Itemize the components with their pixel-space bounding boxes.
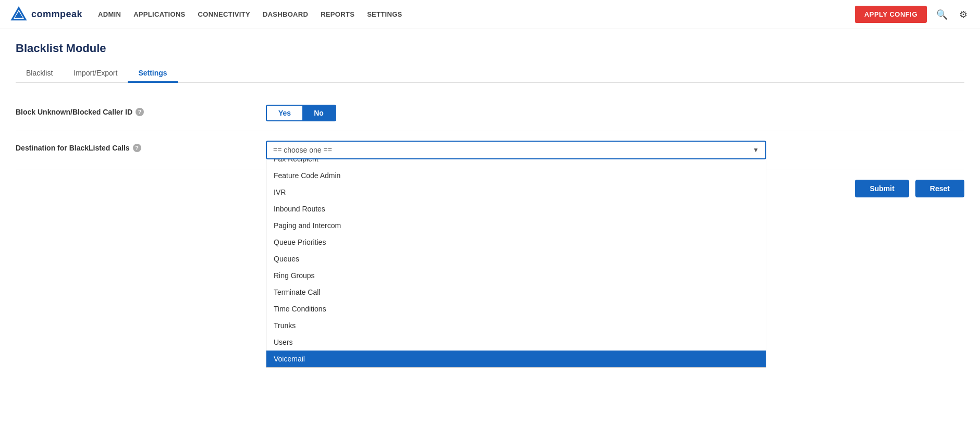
list-item[interactable]: Inbound Routes <box>266 201 766 217</box>
search-icon: 🔍 <box>936 9 948 20</box>
submit-button[interactable]: Submit <box>855 180 909 197</box>
block-caller-row: Block Unknown/Blocked Caller ID ? Yes No <box>16 95 964 131</box>
settings-form: Block Unknown/Blocked Caller ID ? Yes No… <box>16 95 964 169</box>
list-item[interactable]: Users <box>266 334 766 351</box>
nav-dashboard[interactable]: DASHBOARD <box>263 10 308 18</box>
list-item[interactable]: Paging and Intercom <box>266 217 766 234</box>
block-caller-toggle: Yes No <box>266 105 336 121</box>
nav-admin[interactable]: ADMIN <box>98 10 121 18</box>
destination-help-icon[interactable]: ? <box>133 144 141 152</box>
topbar: commpeak ADMIN APPLICATIONS CONNECTIVITY… <box>0 0 980 29</box>
dropdown-arrow-icon: ▼ <box>753 146 759 154</box>
destination-dropdown-wrapper: == choose one == ▼ Call Flow ControlCall… <box>266 141 766 159</box>
list-item[interactable]: Voicemail <box>266 351 766 367</box>
dropdown-list: Call Flow ControlCall RecordingCallbackC… <box>266 159 766 368</box>
destination-label: Destination for BlackListed Calls ? <box>16 141 266 152</box>
logo-text: commpeak <box>31 9 82 20</box>
logo: commpeak <box>10 6 82 23</box>
list-item[interactable]: Ring Groups <box>266 267 766 284</box>
nav-reports[interactable]: REPORTS <box>321 10 354 18</box>
topbar-right: APPLY CONFIG 🔍 ⚙ <box>855 6 970 23</box>
destination-row: Destination for BlackListed Calls ? == c… <box>16 131 964 169</box>
list-item[interactable]: Time Conditions <box>266 301 766 317</box>
block-caller-label: Block Unknown/Blocked Caller ID ? <box>16 105 266 116</box>
logo-icon <box>10 6 27 23</box>
page-content: Blacklist Module Blacklist Import/Export… <box>0 29 980 425</box>
dropdown-selected-text: == choose one == <box>273 146 332 154</box>
reset-button[interactable]: Reset <box>915 180 964 197</box>
apply-config-button[interactable]: APPLY CONFIG <box>855 6 927 23</box>
search-button[interactable]: 🔍 <box>934 7 950 22</box>
tab-blacklist[interactable]: Blacklist <box>16 65 63 83</box>
tab-import-export[interactable]: Import/Export <box>63 65 128 83</box>
gear-icon: ⚙ <box>959 9 967 20</box>
tab-settings[interactable]: Settings <box>128 65 177 83</box>
block-caller-label-text: Block Unknown/Blocked Caller ID <box>16 108 132 116</box>
main-nav: ADMIN APPLICATIONS CONNECTIVITY DASHBOAR… <box>98 10 855 18</box>
settings-button[interactable]: ⚙ <box>957 7 970 22</box>
list-item[interactable]: Fax Recipient <box>266 159 766 167</box>
nav-applications[interactable]: APPLICATIONS <box>133 10 185 18</box>
toggle-no-button[interactable]: No <box>302 106 335 120</box>
list-item[interactable]: Queue Priorities <box>266 234 766 251</box>
list-item[interactable]: Queues <box>266 251 766 267</box>
list-item[interactable]: Terminate Call <box>266 284 766 301</box>
tab-bar: Blacklist Import/Export Settings <box>16 65 964 83</box>
nav-connectivity[interactable]: CONNECTIVITY <box>198 10 250 18</box>
destination-dropdown[interactable]: == choose one == ▼ <box>266 141 766 159</box>
nav-settings[interactable]: SETTINGS <box>367 10 402 18</box>
list-item[interactable]: Feature Code Admin <box>266 167 766 184</box>
toggle-yes-button[interactable]: Yes <box>267 106 302 120</box>
block-caller-help-icon[interactable]: ? <box>136 108 144 116</box>
list-item[interactable]: Trunks <box>266 317 766 334</box>
destination-label-text: Destination for BlackListed Calls <box>16 144 130 152</box>
page-title: Blacklist Module <box>16 42 964 55</box>
list-item[interactable]: IVR <box>266 184 766 201</box>
